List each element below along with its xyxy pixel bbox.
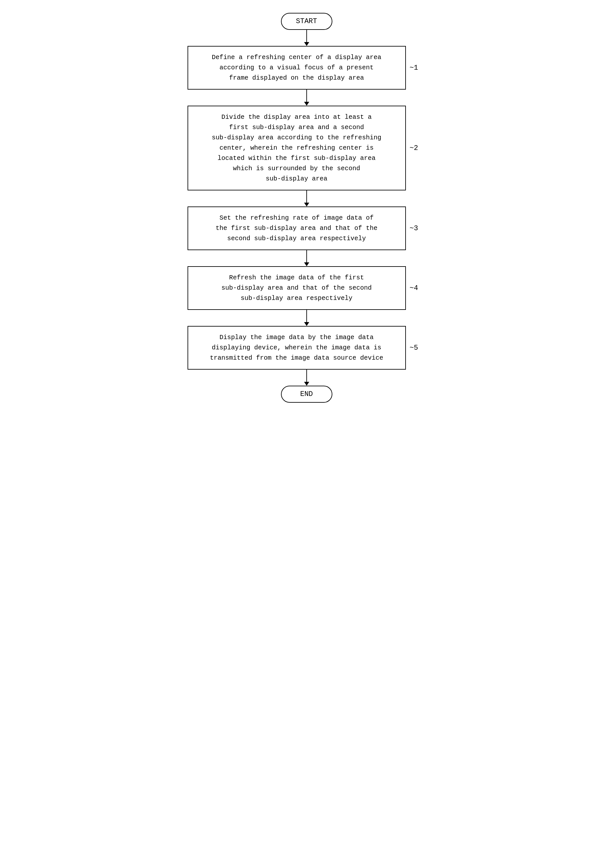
arrow-line <box>306 310 307 322</box>
step5-text: Display the image data by the image data… <box>210 334 383 361</box>
step4-label: ~4 <box>410 284 426 292</box>
arrow-6 <box>304 370 309 386</box>
step4-text: Refresh the image data of the firstsub-d… <box>221 274 372 302</box>
arrow-head <box>304 382 309 386</box>
step3-box: Set the refreshing rate of image data of… <box>187 206 406 250</box>
start-terminal: START <box>281 13 332 30</box>
step3-label: ~3 <box>410 225 426 232</box>
step5-box: Display the image data by the image data… <box>187 326 406 370</box>
step5-wrapper: Display the image data by the image data… <box>185 326 429 370</box>
arrow-head <box>304 102 309 105</box>
arrow-3 <box>304 191 309 206</box>
step3-text: Set the refreshing rate of image data of… <box>215 214 377 242</box>
arrow-line <box>306 30 307 42</box>
arrow-head <box>304 203 309 206</box>
arrow-5 <box>304 310 309 326</box>
step2-box: Divide the display area into at least af… <box>187 105 406 191</box>
arrow-2 <box>304 90 309 105</box>
arrow-line <box>306 250 307 262</box>
arrow-line <box>306 90 307 102</box>
arrow-line <box>306 370 307 382</box>
step2-wrapper: Divide the display area into at least af… <box>185 105 429 191</box>
step5-label: ~5 <box>410 344 426 352</box>
arrow-line <box>306 191 307 203</box>
step1-box: Define a refreshing center of a display … <box>187 46 406 90</box>
arrow-head <box>304 322 309 326</box>
step2-label: ~2 <box>410 144 426 152</box>
step4-box: Refresh the image data of the firstsub-d… <box>187 266 406 310</box>
arrow-1 <box>304 30 309 46</box>
step4-wrapper: Refresh the image data of the firstsub-d… <box>185 266 429 310</box>
arrow-head <box>304 42 309 46</box>
step1-label: ~1 <box>410 64 426 72</box>
end-terminal: END <box>281 386 332 403</box>
arrow-4 <box>304 250 309 266</box>
step1-text: Define a refreshing center of a display … <box>212 54 381 82</box>
arrow-head <box>304 262 309 266</box>
step1-wrapper: Define a refreshing center of a display … <box>185 46 429 90</box>
step2-text: Divide the display area into at least af… <box>212 113 381 182</box>
flowchart: START Define a refreshing center of a di… <box>185 13 429 403</box>
step3-wrapper: Set the refreshing rate of image data of… <box>185 206 429 250</box>
